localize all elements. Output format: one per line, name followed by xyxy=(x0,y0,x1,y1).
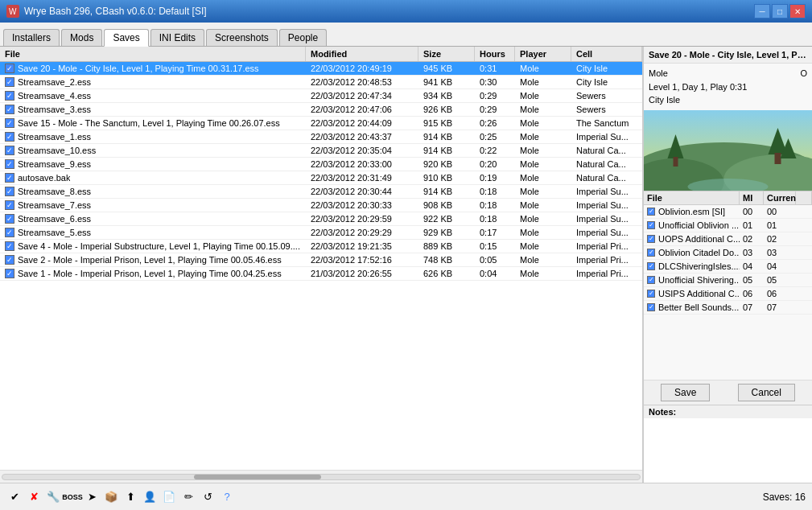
row-checkbox[interactable]: ✓ xyxy=(5,64,14,73)
cell-cell: Imperial Pri... xyxy=(571,267,642,280)
icon-edit[interactable]: ✏ xyxy=(180,489,196,505)
table-row[interactable]: ✓ Save 15 - Mole - The Sanctum, Level 1,… xyxy=(0,117,642,130)
icon-x[interactable]: ✘ xyxy=(26,489,42,505)
tab-saves[interactable]: Saves xyxy=(104,29,148,47)
icon-help[interactable]: ? xyxy=(219,489,235,505)
row-checkbox[interactable]: ✓ xyxy=(5,118,14,128)
table-row[interactable]: ✓ Streamsave_3.ess 22/03/2012 20:47:06 9… xyxy=(0,103,642,117)
row-checkbox[interactable]: ✓ xyxy=(5,91,14,101)
icon-person[interactable]: 👤 xyxy=(142,489,158,505)
icon-arrow[interactable]: ➤ xyxy=(84,489,100,505)
table-body[interactable]: ✓ Save 20 - Mole - City Isle, Level 1, P… xyxy=(0,62,642,470)
mod-checkbox[interactable]: ✓ xyxy=(647,208,655,216)
row-checkbox[interactable]: ✓ xyxy=(5,105,14,114)
row-checkbox[interactable]: ✓ xyxy=(5,77,14,87)
minimize-button[interactable]: ─ xyxy=(754,4,770,19)
table-row[interactable]: ✓ autosave.bak 22/03/2012 20:31:49 910 K… xyxy=(0,171,642,185)
mod-row[interactable]: ✓ Unofficial Oblivion ... 01 01 xyxy=(644,219,812,232)
cell-cell: Imperial Pri... xyxy=(571,253,642,266)
tab-people[interactable]: People xyxy=(279,29,327,46)
table-row[interactable]: ✓ Save 20 - Mole - City Isle, Level 1, P… xyxy=(0,62,642,76)
table-row[interactable]: ✓ Streamsave_1.ess 22/03/2012 20:43:37 9… xyxy=(0,130,642,144)
hours-cell: 0:18 xyxy=(475,199,515,212)
save-button[interactable]: Save xyxy=(661,384,710,401)
row-checkbox[interactable]: ✓ xyxy=(5,214,14,224)
mod-row[interactable]: ✓ Unofficial Shivering... 05 05 xyxy=(644,274,812,287)
icon-up[interactable]: ⬆ xyxy=(122,489,138,505)
mod-checkbox[interactable]: ✓ xyxy=(647,303,655,311)
hours-cell: 0:18 xyxy=(475,212,515,225)
mod-mi: 03 xyxy=(740,246,764,259)
tab-ini-edits[interactable]: INI Edits xyxy=(150,29,204,46)
size-cell: 914 KB xyxy=(418,144,475,157)
mod-list-header: File MI Curren xyxy=(644,191,812,205)
mod-row[interactable]: ✓ Better Bell Sounds... 07 07 xyxy=(644,301,812,315)
row-checkbox[interactable]: ✓ xyxy=(5,255,14,265)
mod-row[interactable]: ✓ Oblivion.esm [SI] 00 00 xyxy=(644,205,812,219)
modified-cell: 22/03/2012 20:47:34 xyxy=(306,89,418,102)
mod-row[interactable]: ✓ USIPS Additional C... 06 06 xyxy=(644,287,812,301)
close-button[interactable]: ✕ xyxy=(789,4,806,19)
icon-tools[interactable]: 🔧 xyxy=(45,489,61,505)
table-row[interactable]: ✓ Streamsave_7.ess 22/03/2012 20:30:33 9… xyxy=(0,199,642,212)
cancel-button[interactable]: Cancel xyxy=(738,384,795,401)
tabs-bar: InstallersModsSavesINI EditsScreenshotsP… xyxy=(0,23,812,47)
table-row[interactable]: ✓ Streamsave_6.ess 22/03/2012 20:29:59 9… xyxy=(0,212,642,226)
mod-checkbox[interactable]: ✓ xyxy=(647,290,655,298)
table-row[interactable]: ✓ Streamsave_10.ess 22/03/2012 20:35:04 … xyxy=(0,144,642,158)
table-row[interactable]: ✓ Streamsave_8.ess 22/03/2012 20:30:44 9… xyxy=(0,185,642,199)
row-checkbox[interactable]: ✓ xyxy=(5,187,14,196)
mod-checkbox[interactable]: ✓ xyxy=(647,249,655,257)
table-row[interactable]: ✓ Streamsave_2.ess 22/03/2012 20:48:53 9… xyxy=(0,76,642,89)
tab-mods[interactable]: Mods xyxy=(61,29,102,46)
table-row[interactable]: ✓ Streamsave_9.ess 22/03/2012 20:33:00 9… xyxy=(0,158,642,171)
file-cell: ✓ Save 1 - Mole - Imperial Prison, Level… xyxy=(0,267,306,280)
svg-text:W: W xyxy=(9,7,17,16)
icon-doc[interactable]: 📄 xyxy=(161,489,177,505)
table-row[interactable]: ✓ Save 1 - Mole - Imperial Prison, Level… xyxy=(0,267,642,281)
hours-cell: 0:04 xyxy=(475,267,515,280)
hours-cell: 0:18 xyxy=(475,185,515,198)
saves-count: Saves: 16 xyxy=(763,491,806,503)
table-row[interactable]: ✓ Streamsave_4.ess 22/03/2012 20:47:34 9… xyxy=(0,89,642,103)
mod-checkbox[interactable]: ✓ xyxy=(647,221,655,229)
row-checkbox[interactable]: ✓ xyxy=(5,241,14,251)
icon-boss[interactable]: BOSS xyxy=(64,489,80,505)
notes-content[interactable] xyxy=(644,418,812,483)
table-row[interactable]: ✓ Streamsave_5.ess 22/03/2012 20:29:29 9… xyxy=(0,226,642,240)
icon-check[interactable]: ✔ xyxy=(6,489,23,505)
table-row[interactable]: ✓ Save 2 - Mole - Imperial Prison, Level… xyxy=(0,253,642,267)
row-checkbox[interactable]: ✓ xyxy=(5,228,14,237)
mod-name: Oblivion Citadel Do... xyxy=(658,248,740,257)
row-checkbox[interactable]: ✓ xyxy=(5,200,14,210)
tab-screenshots[interactable]: Screenshots xyxy=(206,29,278,46)
mod-checkbox[interactable]: ✓ xyxy=(647,262,655,270)
mod-current: 05 xyxy=(764,274,796,286)
row-checkbox[interactable]: ✓ xyxy=(5,146,14,155)
row-checkbox[interactable]: ✓ xyxy=(5,132,14,142)
row-checkbox[interactable]: ✓ xyxy=(5,173,14,183)
mod-list-body[interactable]: ✓ Oblivion.esm [SI] 00 00 ✓ Unofficial O… xyxy=(644,205,812,380)
table-row[interactable]: ✓ Save 4 - Mole - Imperial Substructure,… xyxy=(0,240,642,253)
modified-cell: 22/03/2012 20:33:00 xyxy=(306,158,418,171)
maximize-button[interactable]: □ xyxy=(772,4,788,19)
mod-current: 06 xyxy=(764,287,796,300)
mod-checkbox[interactable]: ✓ xyxy=(647,235,655,243)
mod-row[interactable]: ✓ Oblivion Citadel Do... 03 03 xyxy=(644,246,812,260)
file-name: Streamsave_8.ess xyxy=(18,187,91,196)
row-checkbox[interactable]: ✓ xyxy=(5,269,14,278)
file-cell: ✓ Save 4 - Mole - Imperial Substructure,… xyxy=(0,240,306,253)
mod-file-cell: ✓ USIPS Additional C... xyxy=(644,287,740,300)
icon-package[interactable]: 📦 xyxy=(103,489,119,505)
mod-checkbox[interactable]: ✓ xyxy=(647,276,655,284)
mod-row[interactable]: ✓ DLCShiveringIsles.... 04 04 xyxy=(644,260,812,274)
status-bar: ✔ ✘ 🔧 BOSS ➤ 📦 ⬆ 👤 📄 ✏ ↺ ? Saves: 16 xyxy=(0,483,812,510)
row-checkbox[interactable]: ✓ xyxy=(5,159,14,169)
icon-refresh[interactable]: ↺ xyxy=(200,489,216,505)
tab-installers[interactable]: Installers xyxy=(3,29,60,46)
mod-name: Unofficial Oblivion ... xyxy=(658,220,739,230)
save-detail-title: Save 20 - Mole - City Isle, Level 1, Pla… xyxy=(644,47,812,64)
mod-row[interactable]: ✓ UOPS Additional C... 02 02 xyxy=(644,232,812,246)
cell-cell: Sewers xyxy=(571,89,642,102)
horizontal-scrollbar[interactable] xyxy=(0,470,642,483)
